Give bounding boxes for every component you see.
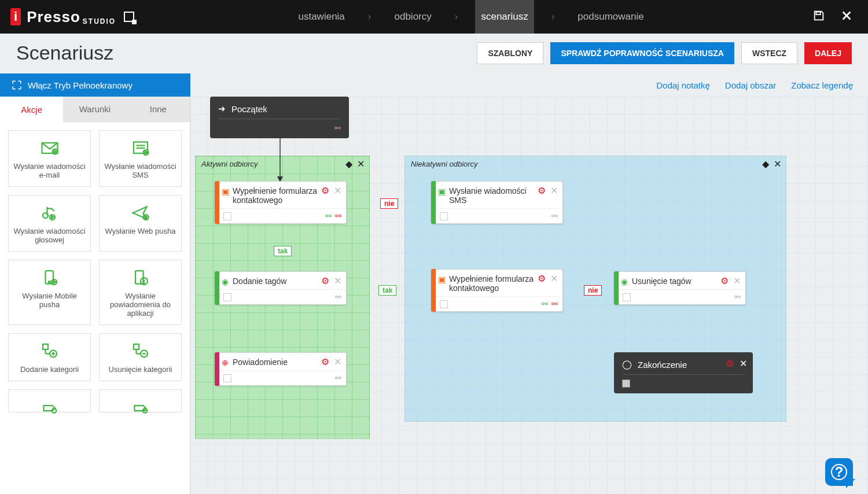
gear-icon[interactable]: ⚙ [321,275,329,286]
crumb-podsumowanie[interactable]: podsumowanie [572,0,649,34]
node-addtags-label: Dodanie tagów [233,277,286,286]
next-button[interactable]: DALEJ [804,42,852,64]
node-form2-label: Wypełnienie formularza kontaktowego [449,274,534,293]
close-icon[interactable]: ✕ [334,185,341,196]
palette-label: Wysłanie Web pusha [105,227,176,235]
templates-button[interactable]: SZABLONY [477,42,543,64]
checkbox[interactable] [440,300,448,308]
crumb-ustawienia[interactable]: ustawienia [292,0,350,34]
palette-item-addcat[interactable]: Dodanie kategorii [8,333,91,381]
gear-icon[interactable]: ⚙ [538,185,546,196]
node-notify[interactable]: ⊕Powiadomienie ⚙✕ ⚯ [215,352,347,386]
canvas[interactable]: Aktywni odbiorcy ◆✕ Niekatywni odbiorcy … [190,97,868,494]
close-icon[interactable]: ✕ [334,275,341,286]
header: Scenariusz SZABLONY SPRAWDŹ POPRAWNOŚĆ S… [0,34,868,64]
toolbar-links: Dodaj notatkę Dodaj obszar Zobacz legend… [190,73,868,97]
link-icon: ⚯ [542,300,547,308]
gear-icon[interactable]: ⚙ [720,275,729,286]
link-icon: ⚯ [335,293,340,301]
svg-rect-19 [135,271,144,284]
fullscreen-toggle[interactable]: Włącz Tryb Pełnoekranowy [0,73,190,97]
save-icon[interactable] [812,9,825,25]
main: Akcje Warunki Inne Wysłanie wiadomości e… [0,97,868,494]
palette-item-extra1[interactable] [8,389,91,412]
topbar-actions [797,9,868,25]
palette-label: Wysłanie wiadomości głosowej [13,227,85,244]
palette-item-extra2[interactable] [99,389,182,412]
node-sms-label: Wysłanie wiadomości SMS [449,186,527,205]
svg-marker-14 [145,216,147,219]
link-icon: ⚯ [734,293,740,301]
close-icon[interactable]: ✕ [740,358,747,369]
palette-item-sms[interactable]: Wysłanie wiadomości SMS [99,130,182,187]
node-end[interactable]: ⚙✕ ◯Zakończenie [614,352,753,393]
svg-rect-23 [43,344,48,349]
gear-icon[interactable]: ⚙ [726,358,734,369]
link-icon: ⚯ [551,300,557,308]
node-addtags[interactable]: ◉Dodanie tagów ⚙✕ ⚯ [215,271,347,305]
crumb-scenariusz[interactable]: scenariusz [475,0,534,34]
close-icon[interactable]: ✕ [774,158,781,169]
tab-warunki[interactable]: Warunki [63,97,126,122]
palette-item-webpush[interactable]: Wysłanie Web pusha [99,195,182,252]
node-sms[interactable]: ▣Wysłanie wiadomości SMS ⚙✕ ⚯ [431,181,563,224]
sidebar-tabs: Akcje Warunki Inne [0,97,190,122]
back-button[interactable]: WSTECZ [741,42,797,64]
gear-icon[interactable]: ⚙ [538,273,546,284]
node-form1-label: Wypełnienie formularza kontaktowego [233,186,317,205]
close-icon[interactable]: ✕ [334,356,341,367]
link-icon: ⚯ [335,374,340,382]
tab-inne[interactable]: Inne [127,97,190,122]
node-form2[interactable]: ▣Wypełnienie formularza kontaktowego ⚙✕ … [431,269,563,312]
edge-label-yes: tak [378,285,396,296]
paint-icon[interactable]: ◆ [345,158,352,169]
checkbox[interactable] [622,379,630,388]
checkbox[interactable] [440,212,448,220]
add-note-link[interactable]: Dodaj notatkę [656,80,710,90]
crumb-odbiorcy[interactable]: odbiorcy [388,0,437,34]
checkbox[interactable] [223,212,231,220]
close-icon[interactable]: ✕ [550,273,558,284]
close-icon[interactable]: ✕ [550,185,558,196]
gear-icon[interactable]: ⚙ [321,185,329,196]
checkbox[interactable] [223,293,231,301]
help-button[interactable]: ? [825,458,853,486]
help-icon: ? [831,464,847,480]
logo-blocks-icon [124,12,134,22]
tag-icon: ◉ [222,277,229,286]
close-icon[interactable]: ✕ [357,158,365,169]
alert-icon: ⊕ [222,358,229,367]
node-end-label: Zakończenie [638,360,687,370]
gear-icon[interactable]: ⚙ [321,356,329,367]
palette: Wysłanie wiadomości e-mail Wysłanie wiad… [0,122,190,494]
palette-item-email[interactable]: Wysłanie wiadomości e-mail [8,130,91,187]
add-area-link[interactable]: Dodaj obszar [725,80,776,90]
tab-akcje[interactable]: Akcje [0,97,63,122]
logo-brand: Presso [27,8,80,26]
link-icon: ⚯ [551,212,557,220]
palette-item-mobilepush[interactable]: Wysłanie Mobile pusha [8,260,91,325]
topbar: i Presso STUDIO ustawienia › odbiorcy › … [0,0,868,34]
palette-label: Wysłanie powiadomienia do aplikacji [110,292,171,318]
svg-rect-0 [816,12,820,14]
close-icon[interactable]: ✕ [733,275,741,286]
fullscreen-label: Włącz Tryb Pełnoekranowy [28,80,133,90]
fullscreen-icon [12,80,22,90]
palette-item-voice[interactable]: Wysłanie wiadomości głosowej [8,195,91,252]
palette-item-appnotify[interactable]: Wysłanie powiadomienia do aplikacji [99,260,182,325]
checkbox[interactable] [223,374,231,382]
show-legend-link[interactable]: Zobacz legendę [791,80,853,90]
svg-point-16 [48,281,50,283]
paint-icon[interactable]: ◆ [762,158,769,169]
svg-rect-29 [134,344,139,349]
chevron-right-icon: › [368,11,372,23]
checkbox[interactable] [623,293,631,301]
node-form1[interactable]: ▣Wypełnienie formularza kontaktowego ⚙✕ … [215,181,347,224]
close-icon[interactable] [840,9,853,25]
sidebar: Akcje Warunki Inne Wysłanie wiadomości e… [0,97,190,494]
edge-label-yes: tak [274,246,292,256]
node-start[interactable]: ➜Początek ⚯ [210,97,349,138]
node-removetags[interactable]: ◉Usunięcie tagów ⚙✕ ⚯ [614,271,746,305]
validate-button[interactable]: SPRAWDŹ POPRAWNOŚĆ SCENARIUSZA [550,42,734,64]
palette-item-removecat[interactable]: Usunięcie kategorii [99,333,182,381]
